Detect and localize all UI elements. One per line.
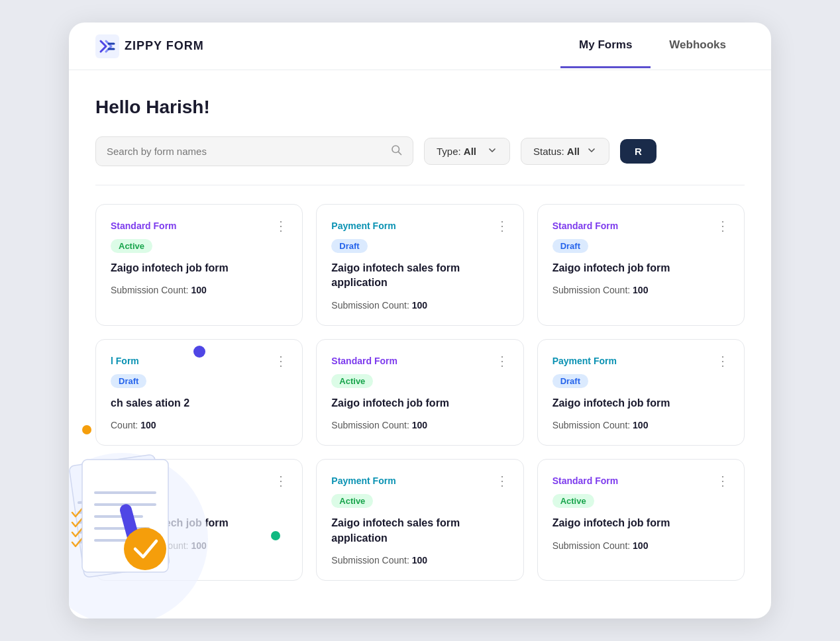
form-card-7[interactable]: ard Form ⋮ raft Zaigo infotech job form … (95, 459, 303, 581)
card-menu-7[interactable]: ⋮ (274, 474, 288, 487)
card-menu-5[interactable]: ⋮ (496, 354, 509, 368)
card-type-4: l Form (111, 356, 139, 366)
svg-line-4 (398, 152, 401, 154)
app-container: ZIPPY FORM My Forms Webhooks Hello Haris… (69, 23, 771, 618)
card-submission-4: Count: 100 (111, 420, 288, 430)
card-submission-9: Submission Count: 100 (552, 540, 729, 551)
card-submission-2: Submission Count: 100 (331, 300, 508, 311)
card-status-3: Draft (552, 239, 588, 253)
card-type-1: Standard Form (111, 221, 177, 231)
status-label: Status: All (533, 146, 580, 157)
card-menu-4[interactable]: ⋮ (274, 354, 288, 368)
card-submission-1: Submission Count: 100 (111, 285, 288, 295)
form-card-1[interactable]: Standard Form ⋮ Active Zaigo infotech jo… (95, 204, 303, 326)
card-title-1: Zaigo infotech job form (111, 261, 288, 275)
form-card-6[interactable]: Payment Form ⋮ Draft Zaigo infotech job … (537, 339, 745, 446)
main-content: Hello Harish! Type: All (69, 70, 771, 607)
card-title-7: Zaigo infotech job form (111, 516, 288, 530)
card-status-8: Active (331, 494, 373, 508)
type-filter[interactable]: Type: All (424, 138, 510, 165)
card-title-3: Zaigo infotech job form (552, 261, 729, 275)
form-card-8[interactable]: Payment Form ⋮ Active Zaigo infotech sal… (316, 459, 523, 581)
card-header-2: Payment Form ⋮ (331, 219, 508, 232)
card-type-5: Standard Form (331, 356, 397, 366)
card-type-3: Standard Form (552, 221, 619, 231)
logo: ZIPPY FORM (95, 34, 204, 58)
toolbar: Type: All Status: All R (95, 136, 745, 166)
card-menu-2[interactable]: ⋮ (496, 219, 509, 232)
tab-my-forms[interactable]: My Forms (560, 24, 651, 68)
card-status-7: raft (111, 494, 140, 508)
form-card-5[interactable]: Standard Form ⋮ Active Zaigo infotech jo… (316, 339, 523, 446)
card-submission-6: Submission Count: 100 (552, 420, 729, 430)
form-card-2[interactable]: Payment Form ⋮ Draft Zaigo infotech sale… (316, 204, 523, 326)
card-header-6: Payment Form ⋮ (552, 354, 729, 368)
greeting: Hello Harish! (95, 97, 745, 118)
card-type-2: Payment Form (331, 221, 395, 231)
card-type-6: Payment Form (552, 356, 617, 366)
card-status-4: Draft (111, 374, 146, 388)
card-title-9: Zaigo infotech job form (552, 516, 729, 530)
decorative-dot-blue (193, 346, 205, 358)
card-header-1: Standard Form ⋮ (111, 219, 288, 232)
type-label: Type: All (437, 146, 476, 157)
card-title-5: Zaigo infotech job form (331, 396, 508, 411)
tab-webhooks[interactable]: Webhooks (651, 24, 745, 68)
svg-rect-0 (95, 34, 119, 58)
logo-text: ZIPPY FORM (125, 39, 204, 53)
status-filter[interactable]: Status: All (521, 138, 609, 165)
card-title-6: Zaigo infotech job form (552, 396, 729, 411)
search-icon (390, 144, 402, 159)
cards-grid: Standard Form ⋮ Active Zaigo infotech jo… (95, 204, 745, 581)
card-title-2: Zaigo infotech sales form application (331, 261, 508, 291)
search-box[interactable] (95, 136, 413, 166)
card-menu-9[interactable]: ⋮ (716, 474, 729, 487)
decorative-dot-orange (82, 425, 91, 434)
reset-button[interactable]: R (620, 139, 656, 164)
card-submission-7: Submission Count: 100 (111, 540, 288, 551)
form-card-9[interactable]: Standard Form ⋮ Active Zaigo infotech jo… (537, 459, 745, 581)
card-status-1: Active (111, 239, 152, 253)
header: ZIPPY FORM My Forms Webhooks (69, 23, 771, 70)
decorative-dot-green (271, 531, 280, 540)
card-title-8: Zaigo infotech sales form application (331, 516, 508, 546)
card-type-9: Standard Form (552, 475, 619, 486)
card-menu-1[interactable]: ⋮ (274, 219, 288, 232)
card-header-8: Payment Form ⋮ (331, 474, 508, 487)
card-header-7: ard Form ⋮ (111, 474, 288, 487)
form-card-3[interactable]: Standard Form ⋮ Draft Zaigo infotech job… (537, 204, 745, 326)
card-header-5: Standard Form ⋮ (331, 354, 508, 368)
chevron-down-icon-2 (586, 145, 597, 158)
card-submission-5: Submission Count: 100 (331, 420, 508, 430)
card-header-3: Standard Form ⋮ (552, 219, 729, 232)
card-type-8: Payment Form (331, 475, 395, 486)
card-type-7: ard Form (111, 475, 151, 486)
card-status-9: Active (552, 494, 594, 508)
logo-icon (95, 34, 119, 58)
card-status-6: Draft (552, 374, 588, 388)
search-input[interactable] (107, 146, 384, 157)
card-status-2: Draft (331, 239, 367, 253)
card-title-4: ch sales ation 2 (111, 396, 288, 411)
card-menu-6[interactable]: ⋮ (716, 354, 729, 368)
card-submission-3: Submission Count: 100 (552, 285, 729, 295)
card-status-5: Active (331, 374, 373, 388)
card-menu-8[interactable]: ⋮ (496, 474, 509, 487)
nav-tabs: My Forms Webhooks (560, 24, 745, 68)
chevron-down-icon (487, 145, 498, 158)
card-submission-8: Submission Count: 100 (331, 555, 508, 566)
card-header-9: Standard Form ⋮ (552, 474, 729, 487)
card-menu-3[interactable]: ⋮ (716, 219, 729, 232)
divider (95, 185, 745, 185)
